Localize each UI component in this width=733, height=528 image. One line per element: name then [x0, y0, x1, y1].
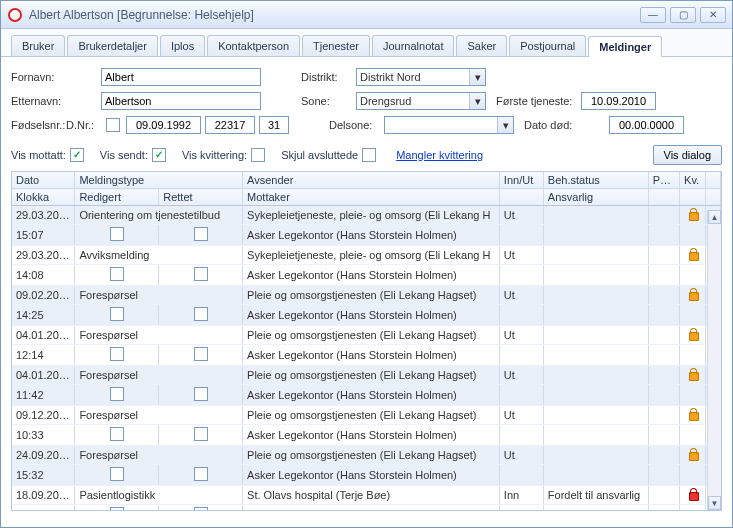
tab-bruker[interactable]: Bruker — [11, 35, 65, 56]
cell-rettet — [159, 385, 243, 406]
table-row[interactable]: 10:33Asker Legekontor (Hans Storstein Ho… — [12, 425, 721, 446]
col-meldingstype[interactable]: Meldingstype — [75, 172, 243, 189]
table-row[interactable]: 12:14Asker Legekontor (Hans Storstein Ho… — [12, 345, 721, 366]
col-behstatus[interactable]: Beh.status — [543, 172, 648, 189]
etternavn-input[interactable] — [101, 92, 261, 110]
redigert-checkbox[interactable] — [110, 227, 124, 241]
redigert-checkbox[interactable] — [110, 307, 124, 321]
redigert-checkbox[interactable] — [110, 267, 124, 281]
maximize-button[interactable]: ▢ — [670, 7, 696, 23]
cell-rettet — [159, 305, 243, 326]
rettet-checkbox[interactable] — [194, 227, 208, 241]
distrikt-select[interactable]: Distrikt Nord ▾ — [356, 68, 486, 86]
vertical-scrollbar[interactable]: ▲ ▼ — [707, 210, 721, 510]
cell-dato: 29.03.2011 — [12, 246, 75, 265]
chevron-down-icon: ▾ — [497, 117, 513, 133]
fornavn-input[interactable] — [101, 68, 261, 86]
redigert-checkbox[interactable] — [110, 427, 124, 441]
rettet-checkbox[interactable] — [194, 347, 208, 361]
col-mottaker[interactable]: Mottaker — [243, 189, 500, 206]
tab-brukerdetaljer[interactable]: Brukerdetaljer — [67, 35, 157, 56]
table-row[interactable]: 18.09.2009PasientlogistikkSt. Olavs hosp… — [12, 486, 721, 505]
cell-klokka: 15:32 — [12, 465, 75, 486]
table-row[interactable]: 11:42Asker Legekontor (Hans Storstein Ho… — [12, 385, 721, 406]
distrikt-label: Distrikt: — [301, 71, 356, 83]
tab-meldinger[interactable]: Meldinger — [588, 36, 662, 57]
col-post[interactable]: Post. — [648, 172, 679, 189]
rettet-checkbox[interactable] — [194, 427, 208, 441]
tab-kontaktperson[interactable]: Kontaktperson — [207, 35, 300, 56]
scroll-up-icon[interactable]: ▲ — [708, 210, 721, 224]
window-title: Albert Albertson [Begrunnelse: Helsehjel… — [29, 8, 254, 22]
rettet-checkbox[interactable] — [194, 307, 208, 321]
cell-empty — [499, 385, 543, 406]
table-row[interactable]: 09:15Trondheim kommuneEli Lekang Hagset — [12, 505, 721, 512]
table-row[interactable]: 15:07Asker Legekontor (Hans Storstein Ho… — [12, 225, 721, 246]
redigert-checkbox[interactable] — [110, 507, 124, 511]
delsone-select[interactable]: ▾ — [384, 116, 514, 134]
col-kv[interactable]: Kv. — [680, 172, 706, 189]
fnr2-input[interactable] — [205, 116, 255, 134]
col-klokka[interactable]: Klokka — [12, 189, 75, 206]
tab-tjenester[interactable]: Tjenester — [302, 35, 370, 56]
rettet-checkbox[interactable] — [194, 467, 208, 481]
vis-kvittering-checkbox[interactable] — [251, 148, 265, 162]
cell-post — [648, 486, 679, 505]
lock-red-icon — [687, 488, 699, 500]
close-button[interactable]: ✕ — [700, 7, 726, 23]
vis-sendt-checkbox[interactable] — [152, 148, 166, 162]
redigert-checkbox[interactable] — [110, 467, 124, 481]
cell-redigert — [75, 385, 159, 406]
minimize-button[interactable]: — — [640, 7, 666, 23]
col-dato[interactable]: Dato — [12, 172, 75, 189]
col-rettet[interactable]: Rettet — [159, 189, 243, 206]
table-row[interactable]: 14:08Asker Legekontor (Hans Storstein Ho… — [12, 265, 721, 286]
redigert-checkbox[interactable] — [110, 387, 124, 401]
tab-journalnotat[interactable]: Journalnotat — [372, 35, 455, 56]
cell-empty — [499, 265, 543, 286]
cell-post — [648, 206, 679, 225]
rettet-checkbox[interactable] — [194, 507, 208, 511]
cell-klokka: 09:15 — [12, 505, 75, 512]
tab-saker[interactable]: Saker — [456, 35, 507, 56]
dnr-checkbox[interactable] — [106, 118, 120, 132]
cell-ansvarlig: Eli Lekang Hagset — [543, 505, 648, 512]
table-row[interactable]: 15:32Asker Legekontor (Hans Storstein Ho… — [12, 465, 721, 486]
lock-icon — [687, 208, 699, 220]
sone-select[interactable]: Drengsrud ▾ — [356, 92, 486, 110]
cell-dato: 09.02.2011 — [12, 286, 75, 305]
forste-tjeneste-field[interactable] — [581, 92, 656, 110]
table-row[interactable]: 04.01.2011ForespørselPleie og omsorgstje… — [12, 326, 721, 345]
cell-mottaker: Asker Legekontor (Hans Storstein Holmen) — [243, 465, 500, 486]
col-avsender[interactable]: Avsender — [243, 172, 500, 189]
table-row[interactable]: 29.03.2011AvviksmeldingSykepleietjeneste… — [12, 246, 721, 265]
table-row[interactable]: 29.03.2011Orientering om tjenestetilbudS… — [12, 206, 721, 225]
table-row[interactable]: 14:25Asker Legekontor (Hans Storstein Ho… — [12, 305, 721, 326]
tab-iplos[interactable]: Iplos — [160, 35, 205, 56]
rettet-checkbox[interactable] — [194, 267, 208, 281]
vis-dialog-button[interactable]: Vis dialog — [653, 145, 723, 165]
redigert-checkbox[interactable] — [110, 347, 124, 361]
app-icon — [7, 7, 23, 23]
fodselsdato-input[interactable] — [126, 116, 201, 134]
skjul-avsluttede-checkbox[interactable] — [362, 148, 376, 162]
table-row[interactable]: 09.02.2011ForespørselPleie og omsorgstje… — [12, 286, 721, 305]
vis-mottatt-checkbox[interactable] — [70, 148, 84, 162]
scroll-down-icon[interactable]: ▼ — [708, 496, 721, 510]
cell-redigert — [75, 265, 159, 286]
col-innut[interactable]: Inn/Ut — [499, 172, 543, 189]
col-ansvarlig[interactable]: Ansvarlig — [543, 189, 648, 206]
col-redigert[interactable]: Redigert — [75, 189, 159, 206]
cell-innut: Ut — [499, 446, 543, 465]
dato-dod-field[interactable] — [609, 116, 684, 134]
table-row[interactable]: 09.12.2010ForespørselPleie og omsorgstje… — [12, 406, 721, 425]
mangler-kvittering-link[interactable]: Mangler kvittering — [396, 149, 483, 161]
tab-postjournal[interactable]: Postjournal — [509, 35, 586, 56]
table-row[interactable]: 04.01.2011ForespørselPleie og omsorgstje… — [12, 366, 721, 385]
etternavn-label: Etternavn: — [11, 95, 101, 107]
cell-avsender: Pleie og omsorgstjenesten (Eli Lekang Ha… — [243, 406, 500, 425]
rettet-checkbox[interactable] — [194, 387, 208, 401]
cell-rettet — [159, 465, 243, 486]
fnr3-input[interactable] — [259, 116, 289, 134]
table-row[interactable]: 24.09.2010ForespørselPleie og omsorgstje… — [12, 446, 721, 465]
